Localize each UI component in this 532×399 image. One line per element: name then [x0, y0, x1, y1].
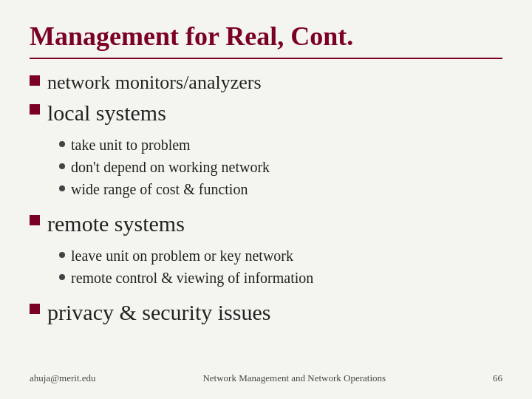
- sub-bullet-text-2-3: wide range of cost & function: [71, 180, 248, 200]
- sub-bullet-2-1: take unit to problem: [59, 135, 502, 155]
- sub-bullet-3-2: remote control & viewing of information: [59, 268, 502, 288]
- sub-bullet-2-3: wide range of cost & function: [59, 180, 502, 200]
- bullet-square-3: [30, 215, 40, 225]
- title-divider: [30, 58, 502, 59]
- sub-bullets-2: take unit to problem don't depend on wor…: [59, 135, 502, 202]
- sub-bullet-3-1: leave unit on problem or key network: [59, 246, 502, 266]
- bullet-square-4: [30, 304, 40, 314]
- footer-right: 66: [493, 372, 502, 384]
- sub-bullet-dot-2-2: [59, 163, 65, 169]
- sub-bullet-dot-2-1: [59, 141, 65, 147]
- sub-bullet-text-2-2: don't depend on working network: [71, 157, 270, 177]
- bullet-text-3: remote systems: [47, 211, 185, 237]
- slide-content: network monitors/analyzers local systems…: [30, 71, 502, 365]
- bullet-square-1: [30, 75, 40, 86]
- bullet-item-4: privacy & security issues: [30, 299, 502, 326]
- slide: Management for Real, Cont. network monit…: [0, 0, 532, 399]
- bullet-square-2: [30, 104, 40, 115]
- sub-bullet-dot-3-1: [59, 252, 65, 258]
- footer-center: Network Management and Network Operation…: [202, 372, 386, 384]
- sub-bullet-dot-3-2: [59, 274, 65, 280]
- bullet-item-2: local systems: [30, 100, 502, 126]
- slide-title: Management for Real, Cont.: [30, 22, 502, 52]
- bullet-text-1: network monitors/analyzers: [47, 71, 262, 94]
- sub-bullet-2-2: don't depend on working network: [59, 157, 502, 177]
- bullet-text-4: privacy & security issues: [47, 299, 270, 326]
- bullet-item-3: remote systems: [30, 211, 502, 237]
- footer-left: ahuja@merit.edu: [30, 372, 96, 384]
- sub-bullets-3: leave unit on problem or key network rem…: [59, 246, 502, 290]
- bullet-text-2: local systems: [47, 100, 166, 126]
- sub-bullet-text-3-2: remote control & viewing of information: [71, 268, 313, 288]
- bullet-item-1: network monitors/analyzers: [30, 71, 502, 94]
- sub-bullet-dot-2-3: [59, 185, 65, 191]
- slide-footer: ahuja@merit.edu Network Management and N…: [30, 365, 502, 384]
- sub-bullet-text-3-1: leave unit on problem or key network: [71, 246, 293, 266]
- sub-bullet-text-2-1: take unit to problem: [71, 135, 191, 155]
